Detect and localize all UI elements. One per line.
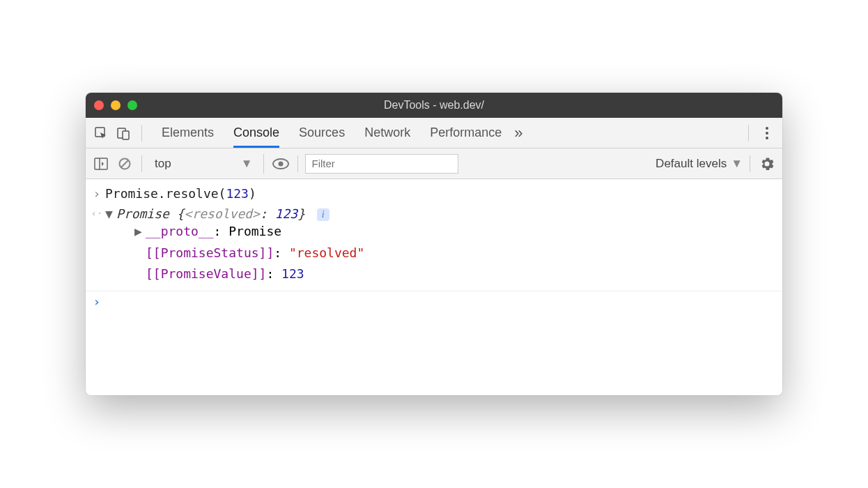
proto-key: __proto__: [146, 224, 214, 238]
proto-value: Promise: [228, 224, 281, 238]
kebab-menu-icon[interactable]: [756, 127, 778, 139]
inspect-element-icon[interactable]: [90, 122, 112, 144]
promise-status-value: "resolved": [289, 245, 364, 260]
disclosure-closed-icon[interactable]: ▶: [134, 221, 143, 243]
info-icon[interactable]: i: [317, 208, 330, 221]
chevron-down-icon: ▼: [241, 157, 253, 171]
console-toolbar: top ▼ Default levels ▼: [86, 148, 782, 179]
separator: [297, 155, 298, 172]
settings-icon[interactable]: [757, 154, 777, 174]
console-prompt-row[interactable]: ›: [86, 291, 782, 312]
token-object: Promise: [105, 186, 158, 201]
input-expression[interactable]: Promise.resolve(123): [105, 186, 775, 201]
tab-performance[interactable]: Performance: [430, 118, 502, 148]
console-output-row: ‹· ▼Promise {<resolved>: 123} i ▶__proto…: [86, 204, 782, 291]
separator: [141, 125, 142, 142]
separator: [750, 155, 750, 172]
tab-console[interactable]: Console: [233, 118, 279, 148]
close-button[interactable]: [94, 100, 104, 110]
live-expression-icon[interactable]: [271, 154, 290, 174]
input-marker-icon: ›: [88, 186, 105, 201]
console-body: › Promise.resolve(123) ‹· ▼Promise {<res…: [86, 179, 782, 395]
zoom-button[interactable]: [127, 100, 137, 110]
token-method: resolve: [166, 186, 219, 201]
log-levels-selector[interactable]: Default levels ▼: [656, 157, 743, 171]
toggle-sidebar-icon[interactable]: [91, 154, 111, 174]
result-constructor: Promise: [116, 206, 169, 221]
object-properties: ▶__proto__: Promise [[PromiseStatus]]: "…: [105, 221, 775, 285]
disclosure-open-icon[interactable]: ▼: [105, 206, 114, 221]
more-tabs-button[interactable]: »: [514, 124, 522, 142]
separator: [141, 155, 142, 172]
promise-status-key: [[PromiseStatus]]: [146, 245, 274, 260]
promise-status-row[interactable]: [[PromiseStatus]]: "resolved": [134, 243, 775, 264]
device-toolbar-icon[interactable]: [112, 122, 134, 144]
proto-property-row[interactable]: ▶__proto__: Promise: [134, 221, 775, 243]
filter-input[interactable]: [305, 154, 458, 174]
tab-sources[interactable]: Sources: [299, 118, 345, 148]
token-number: 123: [226, 186, 249, 201]
console-input-row: › Promise.resolve(123): [86, 183, 782, 204]
panel-tabs: Elements Console Sources Network Perform…: [162, 118, 502, 148]
result-inline-value: 123: [275, 206, 298, 221]
titlebar: DevTools - web.dev/: [86, 93, 782, 118]
chevron-down-icon: ▼: [731, 157, 743, 171]
prompt-marker-icon: ›: [88, 294, 105, 309]
context-selector[interactable]: top ▼: [149, 154, 264, 174]
promise-value-row[interactable]: [[PromiseValue]]: 123: [134, 264, 775, 285]
tab-network[interactable]: Network: [364, 118, 410, 148]
svg-line-6: [121, 160, 128, 167]
tab-elements[interactable]: Elements: [162, 118, 214, 148]
output-marker-icon: ‹·: [88, 206, 105, 219]
traffic-lights: [94, 100, 137, 110]
context-label: top: [155, 157, 171, 171]
minimize-button[interactable]: [111, 100, 121, 110]
promise-value-value: 123: [281, 266, 304, 281]
devtools-window: DevTools - web.dev/ Elements Console Sou…: [86, 93, 782, 395]
svg-rect-3: [95, 158, 107, 169]
result-inline-status: <resolved>: [185, 206, 260, 221]
promise-value-key: [[PromiseValue]]: [146, 266, 266, 281]
tabbar: Elements Console Sources Network Perform…: [86, 118, 782, 148]
window-title: DevTools - web.dev/: [86, 99, 782, 112]
levels-label: Default levels: [656, 157, 727, 171]
svg-point-8: [279, 161, 284, 166]
separator: [748, 125, 749, 142]
clear-console-icon[interactable]: [115, 154, 134, 174]
output-object[interactable]: ▼Promise {<resolved>: 123} i ▶__proto__:…: [105, 206, 775, 285]
svg-rect-2: [123, 131, 129, 139]
